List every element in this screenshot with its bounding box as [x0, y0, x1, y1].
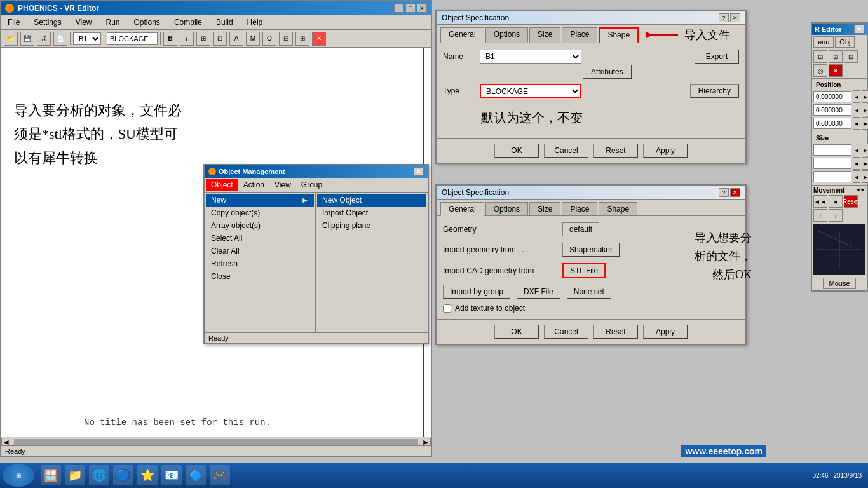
ok-button-lower[interactable]: OK [494, 325, 539, 339]
vr-btn3[interactable]: ⊟ [844, 50, 858, 63]
table-button1[interactable]: ⊞ [196, 32, 210, 46]
vr-btn1[interactable]: ⊡ [813, 50, 827, 63]
new-button[interactable]: 📄 [53, 32, 67, 46]
tab-size-lower[interactable]: Size [529, 202, 560, 215]
vr-sz-input[interactable]: 22.86352 [813, 171, 851, 182]
vr-y-input[interactable] [813, 104, 851, 116]
stl-file-button[interactable]: STL File [562, 263, 606, 278]
taskbar-icon-explorer[interactable]: 🪟 [41, 465, 61, 485]
obj-spec-upper-help-button[interactable]: ? [719, 13, 729, 22]
export-button[interactable]: Export [695, 50, 739, 64]
menu-compile[interactable]: Compile [170, 17, 206, 28]
obj-mgmt-right-newobj[interactable]: New Object [317, 194, 426, 207]
shapemaker-button[interactable]: Shapemaker [562, 243, 620, 257]
obj-mgmt-item-new[interactable]: New ► [206, 194, 314, 207]
vr-obj-button[interactable]: Obj [835, 36, 855, 48]
menu-file[interactable]: File [4, 17, 24, 28]
obj-mgmt-right-clipping[interactable]: Clipping plane [317, 219, 426, 232]
menu-help[interactable]: Help [243, 17, 267, 28]
menu-settings[interactable]: Settings [30, 17, 65, 28]
menu-view[interactable]: View [72, 17, 96, 28]
obj-mgmt-item-close[interactable]: Close [206, 270, 314, 283]
taskbar-icon-ie[interactable]: 🌐 [89, 465, 109, 485]
none-set-button[interactable]: None set [567, 285, 611, 299]
tab-place-lower[interactable]: Place [562, 202, 597, 215]
vr-z-dec[interactable]: ◄ [853, 117, 860, 130]
save-button[interactable]: 💾 [20, 32, 34, 46]
apply-button-lower[interactable]: Apply [643, 325, 688, 339]
obj-mgmt-item-clearall[interactable]: Clear All [206, 245, 314, 257]
tab-general-upper[interactable]: General [440, 27, 484, 43]
obj-mgmt-item-copy[interactable]: Copy object(s) [206, 207, 314, 219]
dxf-file-button[interactable]: DXF File [517, 285, 560, 299]
obj-mgmt-menu-view[interactable]: View [269, 179, 296, 191]
vr-x-dec[interactable]: ◄ [853, 90, 860, 103]
extra-button2[interactable]: ⊞ [295, 32, 309, 46]
close-button[interactable]: ✕ [417, 4, 427, 13]
vr-y-dec[interactable]: ◄ [853, 104, 860, 116]
vr-sz-inc[interactable]: ► [862, 170, 868, 183]
type-select[interactable]: BLOCKAGE [480, 84, 581, 98]
reset-button-lower[interactable]: Reset [593, 325, 638, 339]
hierarchy-button[interactable]: Hierarchy [690, 84, 739, 98]
vr-move-btn4[interactable]: ↓ [829, 209, 843, 222]
vr-move-btn3[interactable]: ↑ [813, 209, 827, 222]
taskbar-icon-app1[interactable]: 🔵 [113, 465, 133, 485]
table-button2[interactable]: ⊡ [213, 32, 227, 46]
vr-sx-dec[interactable]: ◄ [853, 144, 860, 156]
import-by-group-button[interactable]: Import by group [443, 285, 510, 299]
extra-button1[interactable]: ⊟ [279, 32, 293, 46]
circle-button[interactable]: O [262, 32, 276, 46]
vr-sy-inc[interactable]: ► [862, 157, 868, 170]
italic-button[interactable]: I [180, 32, 194, 46]
obj-mgmt-menu-group[interactable]: Group [296, 179, 327, 191]
attributes-button[interactable]: Attributes [583, 65, 632, 79]
open-file-button[interactable]: 📂 [4, 32, 18, 46]
vr-y-inc[interactable]: ► [862, 104, 868, 116]
menu-run[interactable]: Run [102, 17, 124, 28]
blockage-input[interactable] [107, 32, 158, 45]
taskbar-icon-mail[interactable]: 📧 [161, 465, 182, 485]
apply-button-upper[interactable]: Apply [643, 144, 688, 158]
geometry-default-button[interactable]: default [562, 222, 599, 236]
vr-menu-button[interactable]: enu [813, 36, 834, 48]
obj-mgmt-menu-object[interactable]: Object [206, 179, 238, 191]
vr-sx-inc[interactable]: ► [862, 144, 868, 156]
tab-options-upper[interactable]: Options [485, 27, 528, 43]
taskbar-icon-game[interactable]: 🎮 [210, 465, 230, 485]
cancel-button-lower[interactable]: Cancel [544, 325, 588, 339]
tab-general-lower[interactable]: General [440, 202, 484, 216]
name-select[interactable]: B1 [480, 50, 581, 64]
vr-sy-input[interactable]: 68.65588 [813, 158, 851, 169]
vr-z-inc[interactable]: ► [862, 117, 868, 130]
scrollbar-track[interactable] [14, 439, 418, 445]
minimize-button[interactable]: _ [394, 4, 404, 13]
vr-sx-input[interactable]: 65.85096 [813, 144, 851, 156]
ok-button-upper[interactable]: OK [494, 144, 539, 158]
vr-sz-dec[interactable]: ◄ [853, 170, 860, 183]
obj-spec-upper-close-button[interactable]: ✕ [730, 13, 740, 22]
vr-z-input[interactable] [813, 118, 851, 129]
taskbar-icon-app3[interactable]: 🔷 [186, 465, 206, 485]
text-button[interactable]: M [246, 32, 260, 46]
obj-mgmt-close-button[interactable]: ✕ [414, 167, 424, 176]
bold-button[interactable]: B [163, 32, 177, 46]
object-selector[interactable]: B1 [73, 32, 101, 45]
vr-reset-button[interactable]: Reset [844, 195, 858, 208]
vr-x-inc[interactable]: ► [862, 90, 868, 103]
vr-sy-dec[interactable]: ◄ [853, 157, 860, 170]
tab-shape-lower[interactable]: Shape [599, 202, 637, 215]
extra-button3[interactable]: ✕ [312, 32, 326, 46]
maximize-button[interactable]: □ [405, 4, 416, 13]
vr-x-input[interactable] [813, 91, 851, 102]
taskbar-icon-folder[interactable]: 📁 [65, 465, 85, 485]
obj-spec-lower-help-button[interactable]: ? [719, 188, 729, 197]
tab-options-lower[interactable]: Options [485, 202, 528, 215]
menu-options[interactable]: Options [130, 17, 164, 28]
vr-mouse-button[interactable]: Mouse [823, 278, 855, 289]
vr-btn2[interactable]: ⊞ [829, 50, 843, 63]
obj-mgmt-right-importobj[interactable]: Import Object [317, 207, 426, 219]
tab-place-upper[interactable]: Place [562, 27, 597, 43]
menu-build[interactable]: Build [212, 17, 237, 28]
vr-btn4[interactable]: ◎ [813, 64, 827, 77]
